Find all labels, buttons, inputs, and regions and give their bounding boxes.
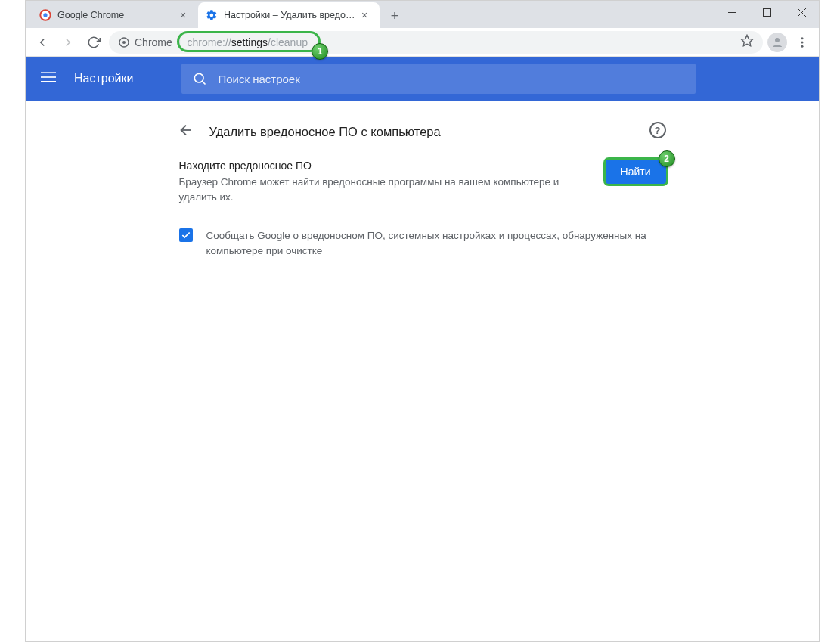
page-heading: Удалить вредоносное ПО с компьютера — [209, 125, 441, 139]
svg-marker-8 — [742, 36, 753, 46]
settings-app-title: Настройки — [74, 72, 133, 85]
tab-title: Настройки – Удалить вредонос — [224, 10, 355, 20]
svg-point-1 — [43, 13, 47, 17]
svg-point-11 — [801, 41, 804, 43]
site-chip: Chrome — [118, 36, 172, 48]
tab-google-chrome[interactable]: Google Chrome × — [32, 2, 198, 28]
report-checkbox-label: Сообщать Google о вредоносном ПО, систем… — [206, 228, 666, 259]
toolbar: Chrome | chrome://settings/cleanup — [26, 28, 819, 57]
tab-settings-cleanup[interactable]: Настройки – Удалить вредонос × — [198, 2, 380, 28]
annotation-badge-1: 1 — [312, 43, 328, 60]
svg-rect-13 — [41, 72, 56, 73]
forward-button[interactable] — [57, 32, 79, 53]
find-malware-section: Находите вредоносное ПО Браузер Chrome м… — [166, 152, 680, 218]
browser-window: Google Chrome × Настройки – Удалить вред… — [25, 0, 820, 642]
close-icon[interactable]: × — [361, 9, 372, 21]
svg-point-16 — [195, 73, 204, 82]
settings-header: Настройки — [26, 57, 819, 101]
report-checkbox-row: Сообщать Google о вредоносном ПО, систем… — [166, 218, 680, 270]
close-window-button[interactable] — [784, 1, 819, 23]
card-header: Удалить вредоносное ПО с компьютера ? — [166, 111, 680, 152]
back-arrow-icon[interactable] — [178, 122, 194, 141]
find-button[interactable]: Найти — [606, 160, 666, 184]
window-controls — [714, 1, 819, 23]
maximize-button[interactable] — [749, 1, 784, 23]
star-icon[interactable] — [740, 34, 754, 50]
svg-point-10 — [801, 37, 804, 39]
settings-search[interactable] — [181, 64, 696, 94]
gear-favicon-icon — [206, 9, 218, 21]
section-description: Браузер Chrome может найти вредоносные п… — [179, 175, 594, 206]
back-button[interactable] — [32, 32, 53, 53]
hamburger-icon[interactable] — [41, 70, 56, 88]
cleanup-card: Удалить вредоносное ПО с компьютера ? На… — [166, 111, 680, 641]
profile-avatar[interactable] — [767, 33, 787, 52]
svg-rect-2 — [728, 12, 736, 13]
minimize-button[interactable] — [714, 1, 749, 23]
section-title: Находите вредоносное ПО — [179, 160, 594, 172]
chrome-favicon-icon — [39, 9, 51, 21]
report-checkbox[interactable] — [179, 228, 193, 242]
menu-button[interactable] — [792, 32, 813, 53]
reload-button[interactable] — [83, 32, 104, 53]
annotation-badge-2: 2 — [659, 150, 675, 167]
settings-content: Удалить вредоносное ПО с компьютера ? На… — [26, 101, 819, 641]
url-text: chrome://settings/cleanup — [187, 36, 308, 48]
svg-point-7 — [122, 41, 126, 44]
new-tab-button[interactable]: + — [384, 5, 405, 26]
svg-line-17 — [203, 82, 206, 85]
tab-title: Google Chrome — [57, 10, 174, 20]
settings-search-input[interactable] — [218, 73, 685, 85]
svg-rect-15 — [41, 81, 56, 82]
svg-point-12 — [801, 45, 804, 47]
search-icon — [192, 71, 207, 86]
svg-rect-3 — [763, 8, 770, 16]
tabs-strip: Google Chrome × Настройки – Удалить вред… — [26, 1, 405, 28]
svg-point-9 — [775, 38, 780, 42]
help-icon[interactable]: ? — [649, 122, 666, 138]
site-chip-label: Chrome — [135, 36, 172, 48]
svg-rect-14 — [41, 76, 56, 78]
close-icon[interactable]: × — [180, 9, 191, 21]
address-bar[interactable]: Chrome | chrome://settings/cleanup — [109, 31, 763, 54]
titlebar: Google Chrome × Настройки – Удалить вред… — [26, 1, 819, 28]
